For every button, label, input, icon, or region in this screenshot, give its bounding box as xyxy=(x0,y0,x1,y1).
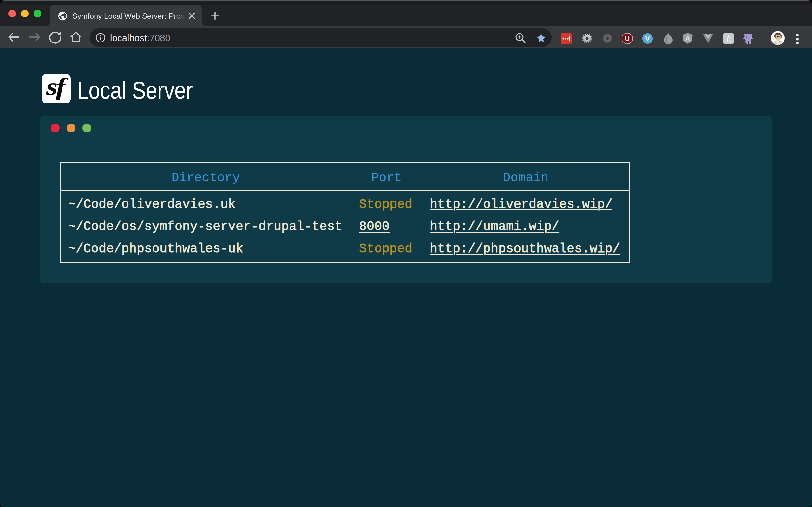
svg-text:sf: sf xyxy=(46,74,68,100)
svg-text:U: U xyxy=(625,35,629,42)
svg-text:V: V xyxy=(645,35,650,43)
svg-text:A: A xyxy=(686,35,690,42)
svg-text:h: h xyxy=(726,33,731,43)
